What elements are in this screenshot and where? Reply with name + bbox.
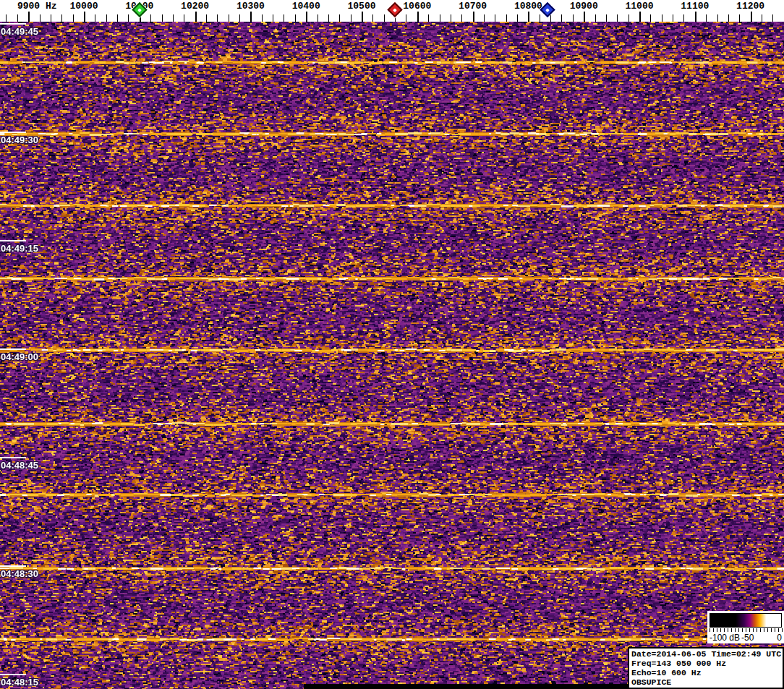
freq-major-tick [473, 12, 474, 22]
colorbar-tick [724, 628, 725, 632]
colorbar-tick [760, 628, 761, 632]
colorbar-tick [717, 628, 717, 632]
freq-minor-tick [461, 14, 462, 22]
freq-minor-tick [573, 14, 574, 22]
freq-minor-tick [328, 14, 329, 22]
freq-minor-tick [40, 14, 41, 22]
freq-minor-tick [662, 14, 662, 22]
colorbar-tick [749, 628, 750, 632]
freq-tick-label: 10400 [292, 1, 320, 12]
colorbar-labels: -100 dB -50 0 [707, 633, 784, 643]
time-tick-label: 04:49:00 [1, 351, 38, 362]
freq-tick-label: 11000 [625, 1, 653, 12]
info-echo: Echo=10 600 Hz [631, 668, 783, 677]
freq-minor-tick [506, 14, 507, 22]
blue-marker-center-dot [545, 8, 550, 12]
freq-minor-tick [162, 14, 163, 22]
freq-minor-tick [706, 14, 707, 22]
freq-tick-label: 10800 [514, 1, 542, 12]
freq-minor-tick [339, 14, 340, 22]
colorbar-tick [731, 628, 732, 632]
colorbar-tick [775, 628, 775, 632]
colorbar-gradient [710, 613, 782, 628]
freq-minor-tick [150, 14, 151, 22]
freq-minor-tick [106, 14, 107, 22]
colorbar-tick [767, 628, 768, 632]
freq-tick-label: 9900 Hz [17, 1, 57, 12]
waterfall-display [0, 22, 784, 689]
freq-minor-tick [128, 14, 129, 22]
colorbar-tick [778, 628, 779, 632]
colorbar-label-min: -100 dB [710, 633, 740, 643]
colorbar-tick [710, 628, 710, 632]
info-date-time: Date=2014-06-05 Time=02:49 UTC [631, 649, 783, 659]
freq-minor-tick [73, 14, 74, 22]
freq-minor-tick [262, 14, 263, 22]
freq-minor-tick [217, 14, 218, 22]
freq-minor-tick [440, 14, 440, 22]
colorbar-label-max: 0 [777, 633, 782, 643]
freq-minor-tick [683, 14, 684, 22]
freq-minor-tick [561, 14, 562, 22]
freq-tick-label: 10700 [459, 1, 487, 12]
freq-major-tick [306, 12, 307, 22]
freq-minor-tick [484, 14, 485, 22]
red-marker-center-dot [393, 8, 397, 12]
info-box: Date=2014-06-05 Time=02:49 UTC Freq=143 … [628, 647, 784, 689]
freq-minor-tick [772, 14, 773, 22]
freq-minor-tick [451, 14, 451, 22]
freq-tick-label: 10000 [69, 1, 98, 12]
freq-minor-tick [6, 14, 7, 22]
colorbar-ticks [710, 628, 782, 632]
freq-minor-tick [617, 14, 618, 22]
freq-tick-label: 11100 [681, 1, 709, 12]
freq-minor-tick [739, 14, 740, 22]
freq-major-tick [417, 12, 419, 22]
colorbar-tick [735, 628, 736, 632]
colorbar-label-mid: -50 [741, 633, 754, 643]
freq-minor-tick [606, 14, 607, 22]
freq-minor-tick [229, 14, 229, 22]
freq-minor-tick [318, 14, 318, 22]
freq-minor-tick [117, 14, 118, 22]
colorbar-tick [720, 628, 721, 632]
frequency-axis: 9900 Hz100001010010200103001040010500106… [0, 0, 784, 22]
colorbar-legend: -100 dB -50 0 [707, 611, 784, 643]
colorbar-tick [757, 628, 757, 632]
freq-minor-tick [239, 14, 240, 22]
freq-minor-tick [550, 14, 551, 22]
freq-minor-tick [17, 14, 18, 22]
colorbar-tick [713, 628, 714, 632]
colorbar-tick [753, 628, 754, 632]
freq-tick-label: 10600 [403, 1, 431, 12]
freq-major-tick [639, 12, 641, 22]
colorbar-tick [782, 628, 783, 632]
freq-tick-label: 10200 [181, 1, 209, 12]
green-marker-center-dot [137, 8, 142, 12]
freq-minor-tick [61, 14, 62, 22]
freq-tick-label: 10900 [570, 1, 598, 12]
freq-minor-tick [540, 14, 540, 22]
colorbar-tick [742, 628, 743, 632]
spectrogram-app: 9900 Hz100001010010200103001040010500106… [0, 0, 784, 689]
freq-minor-tick [384, 14, 385, 22]
freq-minor-tick [728, 14, 729, 22]
freq-minor-tick [762, 14, 762, 22]
freq-tick-label: 10500 [347, 1, 375, 12]
time-tick-label: 04:48:30 [1, 568, 38, 579]
red-marker[interactable] [387, 2, 402, 17]
freq-minor-tick [284, 14, 284, 22]
freq-major-tick [695, 12, 696, 22]
time-tick-label: 04:48:45 [1, 460, 38, 471]
freq-major-tick [584, 12, 585, 22]
freq-major-tick [84, 12, 85, 22]
freq-minor-tick [673, 14, 673, 22]
freq-minor-tick [717, 14, 718, 22]
info-station: OBSUPICE [631, 677, 783, 687]
time-tick-label: 04:48:15 [1, 677, 38, 688]
freq-major-tick [195, 12, 197, 22]
freq-minor-tick [273, 14, 273, 22]
freq-minor-tick [206, 14, 207, 22]
freq-minor-tick [295, 14, 296, 22]
freq-minor-tick [495, 14, 495, 22]
